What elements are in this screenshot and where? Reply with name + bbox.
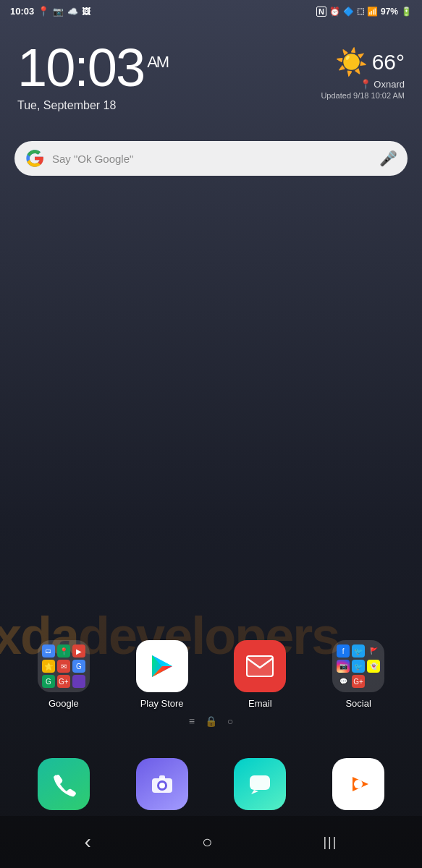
nfc-icon: N	[316, 7, 326, 17]
google-mini: G	[72, 660, 85, 673]
play-store-svg	[148, 652, 176, 680]
svg-marker-11	[251, 790, 258, 794]
weather-section[interactable]: ☀️ 66° 📍 Oxnard Updated 9/18 10:02 AM	[321, 41, 405, 100]
weather-location: 📍 Oxnard	[321, 79, 405, 90]
weather-temperature: 66°	[372, 50, 405, 75]
clock-time: 10:03AM	[17, 41, 168, 95]
gmail-mini: ✉	[57, 660, 70, 673]
play-store-icon	[136, 640, 188, 692]
app-item-social[interactable]: f 🐦 🚩 📷 🐦 👻 💬 G+ Social	[326, 640, 391, 709]
svg-rect-9	[159, 775, 165, 780]
messages-dock-icon[interactable]	[234, 758, 286, 810]
battery-icon: 🔋	[401, 7, 412, 17]
signal-bars-icon: 📶	[367, 7, 378, 17]
app-item-play-store[interactable]: Play Store	[130, 640, 195, 709]
back-button[interactable]: ‹	[85, 830, 91, 854]
ytmusic-svg	[342, 768, 374, 800]
cast-icon: ⬚	[357, 7, 364, 16]
gallery-icon: 🖼	[82, 7, 90, 17]
dot-menu-icon: ≡	[189, 715, 195, 727]
email-icon	[234, 640, 286, 692]
time-display: 10:03	[10, 6, 34, 17]
youtube-music-dock-icon[interactable]	[332, 758, 384, 810]
clock-section: 10:03AM Tue, September 18	[17, 41, 168, 112]
googleplus2-mini: G+	[352, 675, 365, 688]
messages-svg	[247, 771, 273, 797]
status-bar: 10:03 📍 📷 ☁️ 🖼 N ⏰ 🔷 ⬚ 📶 97% 🔋	[0, 0, 422, 20]
search-bar-container[interactable]: Say "Ok Google" 🎤	[0, 112, 422, 176]
svg-rect-10	[250, 775, 270, 790]
bluetooth-icon: 🔷	[343, 7, 354, 17]
google-maps-mini: 📍	[57, 644, 70, 658]
google-pay-mini: G	[42, 675, 55, 688]
google-folder-icon: 🗂 📍 ▶ ⭐ ✉ G G G+	[38, 640, 90, 692]
svg-rect-4	[247, 656, 273, 676]
google-search-bar[interactable]: Say "Ok Google" 🎤	[14, 141, 408, 176]
camera-dock-icon[interactable]	[136, 758, 188, 810]
recents-button[interactable]: |||	[323, 835, 337, 850]
navigation-bar: ‹ ○ |||	[0, 816, 422, 868]
clock-date: Tue, September 18	[17, 99, 168, 112]
extra1-mini: 💬	[337, 675, 350, 688]
app-grid: 🗂 📍 ▶ ⭐ ✉ G G G+ Google	[0, 640, 422, 709]
search-placeholder: Say "Ok Google"	[52, 153, 372, 165]
weather-status-icon: ☁️	[67, 7, 78, 17]
flag-mini: 🚩	[367, 644, 380, 658]
alarm-icon: ⏰	[329, 7, 340, 17]
facebook-mini: f	[337, 644, 350, 658]
location-pin-icon: 📍	[360, 79, 371, 90]
nav-dots: ≡ 🔒 ○	[0, 715, 422, 727]
svg-point-14	[354, 780, 363, 788]
instagram-icon: 📷	[53, 7, 64, 17]
location-icon: 📍	[38, 6, 49, 17]
play-store-label: Play Store	[140, 698, 184, 709]
clock-weather-section: 10:03AM Tue, September 18 ☀️ 66° 📍 Oxnar…	[0, 20, 422, 112]
phone-svg	[51, 771, 77, 797]
twitter2-mini: 🐦	[352, 660, 365, 673]
youtube-mini: ▶	[72, 644, 85, 658]
google-g-icon	[25, 148, 45, 169]
phone-dock-icon[interactable]	[38, 758, 90, 810]
status-right: N ⏰ 🔷 ⬚ 📶 97% 🔋	[316, 7, 412, 17]
dot-lock-icon: 🔒	[205, 715, 217, 727]
status-left: 10:03 📍 📷 ☁️ 🖼	[10, 6, 90, 17]
dock	[0, 758, 422, 810]
camera-svg	[149, 771, 175, 797]
extra2-mini	[367, 675, 380, 688]
battery-percent: 97%	[381, 7, 398, 17]
google-photos-mini: ⭐	[42, 660, 55, 673]
app-item-google[interactable]: 🗂 📍 ▶ ⭐ ✉ G G G+ Google	[31, 640, 96, 709]
email-label: Email	[248, 698, 272, 709]
google-plus-mini: G+	[57, 675, 70, 688]
social-folder-icon: f 🐦 🚩 📷 🐦 👻 💬 G+	[332, 640, 384, 692]
mic-icon[interactable]: 🎤	[379, 150, 397, 167]
twitter-mini: 🐦	[352, 644, 365, 658]
weather-updated: Updated 9/18 10:02 AM	[321, 91, 405, 100]
app-item-email[interactable]: Email	[227, 640, 292, 709]
svg-point-8	[159, 783, 165, 788]
sun-icon: ☀️	[335, 47, 368, 77]
google-extra-mini	[72, 675, 85, 688]
email-svg	[245, 655, 274, 678]
home-button[interactable]: ○	[202, 832, 213, 852]
google-label: Google	[48, 698, 79, 709]
snapchat-mini: 👻	[367, 660, 380, 673]
instagram-mini: 📷	[337, 660, 350, 673]
google-drive-mini: 🗂	[42, 644, 55, 658]
dot-circle-icon: ○	[227, 715, 233, 727]
social-label: Social	[345, 698, 371, 709]
